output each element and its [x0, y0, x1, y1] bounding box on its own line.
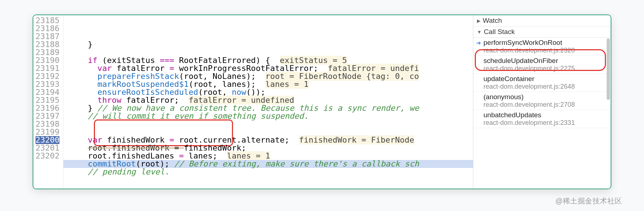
frame-location: react-dom.development.js:2708 — [483, 101, 606, 109]
line-gutter: 2318523186231872318823189231902319123192… — [33, 15, 63, 189]
line-number[interactable]: 23202 — [36, 152, 59, 160]
code-line[interactable]: if (exitStatus === RootFatalErrored) { e… — [63, 56, 473, 64]
code-line[interactable]: var fatalError = workInProgressRootFatal… — [63, 64, 473, 72]
line-number[interactable]: 23196 — [36, 104, 59, 112]
code-line[interactable] — [63, 176, 473, 184]
watch-label: Watch — [483, 17, 502, 25]
debug-sidebar: ▶ Watch ▼ Call Stack ➔performSyncWorkOnR… — [473, 15, 611, 189]
code-editor: 2318523186231872318823189231902319123192… — [33, 15, 473, 189]
debugger-panel: 2318523186231872318823189231902319123192… — [33, 14, 611, 189]
code-line[interactable] — [63, 120, 473, 128]
frame-function: unbatchedUpdates — [483, 111, 606, 119]
code-line[interactable]: markRootSuspended$1(root, lanes); lanes … — [63, 80, 473, 88]
scrollbar-thumb[interactable] — [607, 38, 610, 100]
code-line[interactable]: // pending level. — [63, 168, 473, 176]
callstack-header[interactable]: ▼ Call Stack — [473, 26, 611, 38]
frame-location: react-dom.development.js:2331 — [483, 119, 606, 127]
code-line[interactable]: prepareFreshStack(root, NoLanes); root =… — [63, 72, 473, 80]
code-line[interactable]: // will commit it even if something susp… — [63, 112, 473, 120]
stack-frame[interactable]: (anonymous)react-dom.development.js:2708 — [473, 92, 611, 110]
line-number[interactable]: 23185 — [36, 17, 59, 25]
code-line[interactable]: throw fatalError; fatalError = undefined — [63, 96, 473, 104]
line-number[interactable]: 23190 — [36, 56, 59, 64]
stack-frame[interactable]: scheduleUpdateOnFiberreact-dom.developme… — [473, 56, 611, 74]
code-line[interactable]: var finishedWork = root.current.alternat… — [63, 136, 473, 144]
line-number[interactable]: 23199 — [36, 128, 59, 136]
stack-frame[interactable]: updateContainerreact-dom.development.js:… — [473, 74, 611, 92]
code-line[interactable] — [63, 48, 473, 56]
line-number[interactable]: 23194 — [36, 88, 59, 96]
frame-location: react-dom.development.js:2648 — [483, 83, 606, 90]
line-number[interactable]: 23197 — [36, 112, 59, 120]
stack-frame[interactable]: ➔performSyncWorkOnRootreact-dom.developm… — [473, 38, 611, 56]
code-area[interactable]: } if (exitStatus === RootFatalErrored) {… — [63, 15, 473, 189]
line-number[interactable]: 23189 — [36, 48, 59, 56]
frame-function: (anonymous) — [483, 93, 606, 101]
line-number[interactable]: 23200 — [36, 136, 59, 144]
callstack-list: ➔performSyncWorkOnRootreact-dom.developm… — [473, 38, 611, 189]
frame-function: updateContainer — [483, 75, 606, 83]
line-number[interactable]: 23188 — [36, 41, 59, 48]
line-number[interactable]: 23187 — [36, 33, 59, 41]
chevron-right-icon: ▶ — [477, 18, 481, 24]
frame-location: react-dom.development.js:2275 — [483, 65, 606, 72]
frame-function: performSyncWorkOnRoot — [483, 39, 606, 47]
frame-function: scheduleUpdateOnFiber — [483, 57, 606, 65]
line-number[interactable]: 23192 — [36, 72, 59, 80]
line-number[interactable]: 23186 — [36, 25, 59, 33]
line-number[interactable]: 23201 — [36, 144, 59, 152]
watermark-text: @稀土掘金技术社区 — [555, 196, 622, 206]
code-line[interactable]: } // We now have a consistent tree. Beca… — [63, 104, 473, 112]
line-number[interactable]: 23191 — [36, 64, 59, 72]
code-line[interactable]: } — [63, 41, 473, 48]
watch-header[interactable]: ▶ Watch — [473, 15, 611, 26]
callstack-label: Call Stack — [484, 28, 515, 36]
frame-location: react-dom.development.js:2320 — [483, 47, 606, 54]
line-number[interactable]: 23195 — [36, 96, 59, 104]
code-line[interactable]: ensureRootIsScheduled(root, now()); — [63, 88, 473, 96]
code-line[interactable]: commitRoot(root); // Before exiting, mak… — [63, 160, 473, 168]
current-frame-icon: ➔ — [476, 39, 481, 46]
chevron-down-icon: ▼ — [477, 29, 482, 35]
code-line[interactable]: root.finishedWork = finishedWork; — [63, 144, 473, 152]
code-line[interactable] — [63, 128, 473, 136]
code-line[interactable]: root.finishedLanes = lanes; lanes = 1 — [63, 152, 473, 160]
line-number[interactable]: 23193 — [36, 80, 59, 88]
line-number[interactable]: 23198 — [36, 120, 59, 128]
stack-frame[interactable]: unbatchedUpdatesreact-dom.development.js… — [473, 110, 611, 128]
